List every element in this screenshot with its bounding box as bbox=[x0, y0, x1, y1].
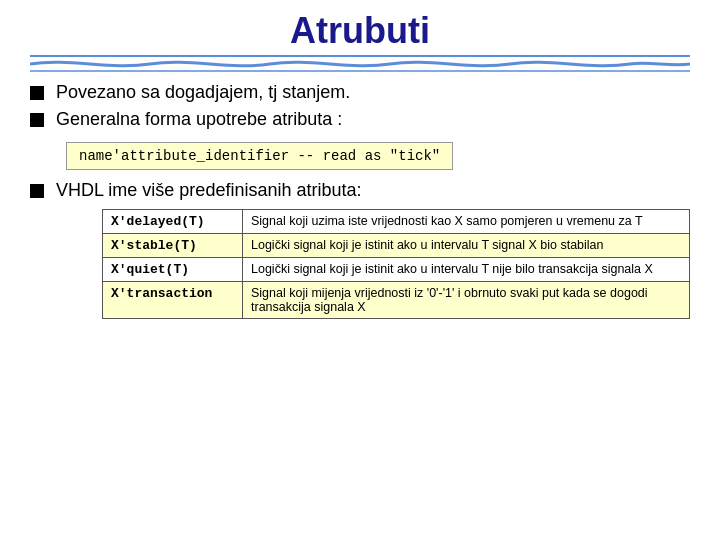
table-row: X'quiet(T)Logički signal koji je istinit… bbox=[103, 258, 690, 282]
bullet-text-1: Povezano sa dogadjajem, tj stanjem. bbox=[56, 82, 350, 103]
page: Atrubuti Povezano sa dogadjajem, tj stan… bbox=[0, 0, 720, 540]
bullet-icon-1 bbox=[30, 86, 44, 100]
code-text: name'attribute_identifier -- read as "ti… bbox=[66, 142, 453, 170]
bullet-icon-3 bbox=[30, 184, 44, 198]
attr-name-cell: X'transaction bbox=[103, 282, 243, 319]
bullet-item-3: VHDL ime više predefinisanih atributa: bbox=[30, 180, 690, 201]
bullet-text-2: Generalna forma upotrebe atributa : bbox=[56, 109, 342, 130]
table-row: X'stable(T)Logički signal koji je istini… bbox=[103, 234, 690, 258]
attr-desc-cell: Logički signal koji je istinit ako u int… bbox=[243, 258, 690, 282]
attr-desc-cell: Logički signal koji je istinit ako u int… bbox=[243, 234, 690, 258]
divider bbox=[30, 54, 690, 72]
title-area: Atrubuti bbox=[30, 0, 690, 54]
table-row: X'transactionSignal koji mijenja vrijedn… bbox=[103, 282, 690, 319]
attr-name-cell: X'delayed(T) bbox=[103, 210, 243, 234]
table-container: X'delayed(T)Signal koji uzima iste vrije… bbox=[66, 209, 690, 319]
attr-desc-cell: Signal koji mijenja vrijednosti iz '0'-'… bbox=[243, 282, 690, 319]
bullet-text-3: VHDL ime više predefinisanih atributa: bbox=[56, 180, 361, 201]
attr-name-cell: X'stable(T) bbox=[103, 234, 243, 258]
table-row: X'delayed(T)Signal koji uzima iste vrije… bbox=[103, 210, 690, 234]
bullet-item-2: Generalna forma upotrebe atributa : bbox=[30, 109, 690, 130]
page-title: Atrubuti bbox=[290, 10, 430, 51]
bullet-item-1: Povezano sa dogadjajem, tj stanjem. bbox=[30, 82, 690, 103]
attributes-table: X'delayed(T)Signal koji uzima iste vrije… bbox=[102, 209, 690, 319]
bullet-icon-2 bbox=[30, 113, 44, 127]
attr-name-cell: X'quiet(T) bbox=[103, 258, 243, 282]
code-block: name'attribute_identifier -- read as "ti… bbox=[30, 136, 690, 176]
attr-desc-cell: Signal koji uzima iste vrijednosti kao X… bbox=[243, 210, 690, 234]
